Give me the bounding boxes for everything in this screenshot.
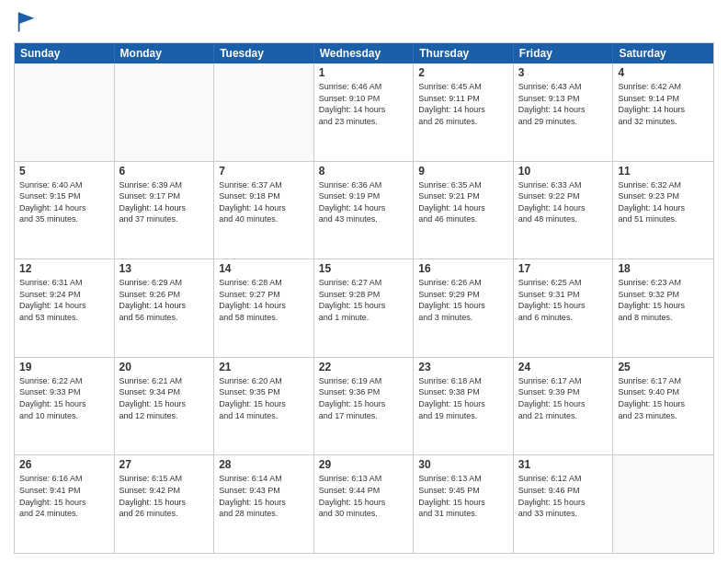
day-info-16: Sunrise: 6:26 AM Sunset: 9:29 PM Dayligh…	[418, 277, 508, 323]
day-28: 28Sunrise: 6:14 AM Sunset: 9:43 PM Dayli…	[214, 455, 314, 553]
day-number-28: 28	[219, 458, 309, 471]
day-4: 4Sunrise: 6:42 AM Sunset: 9:14 PM Daylig…	[613, 63, 713, 161]
day-12: 12Sunrise: 6:31 AM Sunset: 9:24 PM Dayli…	[15, 259, 115, 357]
day-number-24: 24	[518, 361, 609, 373]
day-info-20: Sunrise: 6:21 AM Sunset: 9:34 PM Dayligh…	[119, 375, 210, 421]
day-23: 23Sunrise: 6:18 AM Sunset: 9:38 PM Dayli…	[414, 358, 514, 455]
empty-cell-0-0	[15, 63, 115, 161]
day-2: 2Sunrise: 6:45 AM Sunset: 9:11 PM Daylig…	[414, 63, 514, 161]
day-info-4: Sunrise: 6:42 AM Sunset: 9:14 PM Dayligh…	[618, 81, 709, 127]
day-8: 8Sunrise: 6:36 AM Sunset: 9:19 PM Daylig…	[314, 162, 415, 259]
day-info-10: Sunrise: 6:33 AM Sunset: 9:22 PM Dayligh…	[518, 179, 609, 225]
day-info-27: Sunrise: 6:15 AM Sunset: 9:42 PM Dayligh…	[119, 473, 210, 519]
day-info-9: Sunrise: 6:35 AM Sunset: 9:21 PM Dayligh…	[418, 179, 508, 225]
header-friday: Friday	[514, 43, 614, 63]
day-info-18: Sunrise: 6:23 AM Sunset: 9:32 PM Dayligh…	[618, 277, 709, 323]
day-info-19: Sunrise: 6:22 AM Sunset: 9:33 PM Dayligh…	[19, 375, 109, 421]
day-info-21: Sunrise: 6:20 AM Sunset: 9:35 PM Dayligh…	[219, 375, 309, 421]
day-1: 1Sunrise: 6:46 AM Sunset: 9:10 PM Daylig…	[314, 63, 415, 161]
day-info-29: Sunrise: 6:13 AM Sunset: 9:44 PM Dayligh…	[319, 473, 409, 519]
day-info-30: Sunrise: 6:13 AM Sunset: 9:45 PM Dayligh…	[418, 473, 508, 519]
day-27: 27Sunrise: 6:15 AM Sunset: 9:42 PM Dayli…	[115, 455, 215, 553]
generalblue-icon	[14, 9, 40, 35]
day-info-13: Sunrise: 6:29 AM Sunset: 9:26 PM Dayligh…	[119, 277, 210, 323]
day-15: 15Sunrise: 6:27 AM Sunset: 9:28 PM Dayli…	[314, 259, 415, 357]
day-info-15: Sunrise: 6:27 AM Sunset: 9:28 PM Dayligh…	[319, 277, 409, 323]
day-29: 29Sunrise: 6:13 AM Sunset: 9:44 PM Dayli…	[314, 455, 415, 553]
empty-cell-0-2	[214, 63, 314, 161]
day-number-13: 13	[119, 262, 210, 275]
week-row-5: 26Sunrise: 6:16 AM Sunset: 9:41 PM Dayli…	[15, 455, 713, 553]
day-19: 19Sunrise: 6:22 AM Sunset: 9:33 PM Dayli…	[15, 358, 115, 455]
day-info-25: Sunrise: 6:17 AM Sunset: 9:40 PM Dayligh…	[618, 375, 709, 421]
day-5: 5Sunrise: 6:40 AM Sunset: 9:15 PM Daylig…	[15, 162, 115, 259]
day-number-30: 30	[418, 458, 508, 471]
day-info-31: Sunrise: 6:12 AM Sunset: 9:46 PM Dayligh…	[518, 473, 609, 519]
week-row-3: 12Sunrise: 6:31 AM Sunset: 9:24 PM Dayli…	[15, 259, 713, 358]
day-number-26: 26	[19, 458, 109, 471]
day-number-11: 11	[618, 165, 709, 178]
day-info-7: Sunrise: 6:37 AM Sunset: 9:18 PM Dayligh…	[219, 179, 309, 225]
day-number-23: 23	[418, 361, 508, 373]
day-3: 3Sunrise: 6:43 AM Sunset: 9:13 PM Daylig…	[514, 63, 614, 161]
header-wednesday: Wednesday	[314, 43, 415, 63]
day-number-1: 1	[319, 66, 409, 79]
day-number-5: 5	[19, 165, 109, 178]
empty-cell-4-6	[613, 455, 713, 553]
day-info-23: Sunrise: 6:18 AM Sunset: 9:38 PM Dayligh…	[418, 375, 508, 421]
week-row-1: 1Sunrise: 6:46 AM Sunset: 9:10 PM Daylig…	[15, 63, 713, 162]
day-17: 17Sunrise: 6:25 AM Sunset: 9:31 PM Dayli…	[514, 259, 614, 357]
day-number-22: 22	[319, 361, 409, 373]
day-number-2: 2	[418, 66, 508, 79]
day-number-17: 17	[518, 262, 609, 275]
day-number-15: 15	[319, 262, 409, 275]
header-monday: Monday	[115, 43, 215, 63]
svg-rect-0	[14, 9, 40, 35]
day-31: 31Sunrise: 6:12 AM Sunset: 9:46 PM Dayli…	[514, 455, 614, 553]
day-26: 26Sunrise: 6:16 AM Sunset: 9:41 PM Dayli…	[15, 455, 115, 553]
day-number-9: 9	[418, 165, 508, 178]
day-16: 16Sunrise: 6:26 AM Sunset: 9:29 PM Dayli…	[414, 259, 514, 357]
day-7: 7Sunrise: 6:37 AM Sunset: 9:18 PM Daylig…	[214, 162, 314, 259]
header-saturday: Saturday	[613, 43, 713, 63]
day-6: 6Sunrise: 6:39 AM Sunset: 9:17 PM Daylig…	[115, 162, 215, 259]
day-info-8: Sunrise: 6:36 AM Sunset: 9:19 PM Dayligh…	[319, 179, 409, 225]
day-11: 11Sunrise: 6:32 AM Sunset: 9:23 PM Dayli…	[613, 162, 713, 259]
day-13: 13Sunrise: 6:29 AM Sunset: 9:26 PM Dayli…	[115, 259, 215, 357]
day-info-12: Sunrise: 6:31 AM Sunset: 9:24 PM Dayligh…	[19, 277, 109, 323]
header-thursday: Thursday	[414, 43, 514, 63]
day-number-7: 7	[219, 165, 309, 178]
day-number-16: 16	[418, 262, 508, 275]
week-row-4: 19Sunrise: 6:22 AM Sunset: 9:33 PM Dayli…	[15, 358, 713, 456]
day-21: 21Sunrise: 6:20 AM Sunset: 9:35 PM Dayli…	[214, 358, 314, 455]
day-info-26: Sunrise: 6:16 AM Sunset: 9:41 PM Dayligh…	[19, 473, 109, 519]
calendar-body: 1Sunrise: 6:46 AM Sunset: 9:10 PM Daylig…	[15, 63, 713, 553]
day-number-19: 19	[19, 361, 109, 373]
day-info-17: Sunrise: 6:25 AM Sunset: 9:31 PM Dayligh…	[518, 277, 609, 323]
calendar: Sunday Monday Tuesday Wednesday Thursday…	[14, 42, 714, 554]
logo	[14, 9, 43, 35]
day-22: 22Sunrise: 6:19 AM Sunset: 9:36 PM Dayli…	[314, 358, 415, 455]
day-20: 20Sunrise: 6:21 AM Sunset: 9:34 PM Dayli…	[115, 358, 215, 455]
day-25: 25Sunrise: 6:17 AM Sunset: 9:40 PM Dayli…	[613, 358, 713, 455]
day-number-4: 4	[618, 66, 709, 79]
day-info-11: Sunrise: 6:32 AM Sunset: 9:23 PM Dayligh…	[618, 179, 709, 225]
day-info-3: Sunrise: 6:43 AM Sunset: 9:13 PM Dayligh…	[518, 81, 609, 127]
day-14: 14Sunrise: 6:28 AM Sunset: 9:27 PM Dayli…	[214, 259, 314, 357]
day-number-18: 18	[618, 262, 709, 275]
day-number-12: 12	[19, 262, 109, 275]
day-30: 30Sunrise: 6:13 AM Sunset: 9:45 PM Dayli…	[414, 455, 514, 553]
day-number-27: 27	[119, 458, 210, 471]
day-info-22: Sunrise: 6:19 AM Sunset: 9:36 PM Dayligh…	[319, 375, 409, 421]
day-9: 9Sunrise: 6:35 AM Sunset: 9:21 PM Daylig…	[414, 162, 514, 259]
day-number-10: 10	[518, 165, 609, 178]
day-info-14: Sunrise: 6:28 AM Sunset: 9:27 PM Dayligh…	[219, 277, 309, 323]
day-10: 10Sunrise: 6:33 AM Sunset: 9:22 PM Dayli…	[514, 162, 614, 259]
day-info-24: Sunrise: 6:17 AM Sunset: 9:39 PM Dayligh…	[518, 375, 609, 421]
day-number-31: 31	[518, 458, 609, 471]
week-row-2: 5Sunrise: 6:40 AM Sunset: 9:15 PM Daylig…	[15, 162, 713, 260]
day-info-2: Sunrise: 6:45 AM Sunset: 9:11 PM Dayligh…	[418, 81, 508, 127]
day-number-6: 6	[119, 165, 210, 178]
calendar-header: Sunday Monday Tuesday Wednesday Thursday…	[15, 43, 713, 63]
day-number-3: 3	[518, 66, 609, 79]
